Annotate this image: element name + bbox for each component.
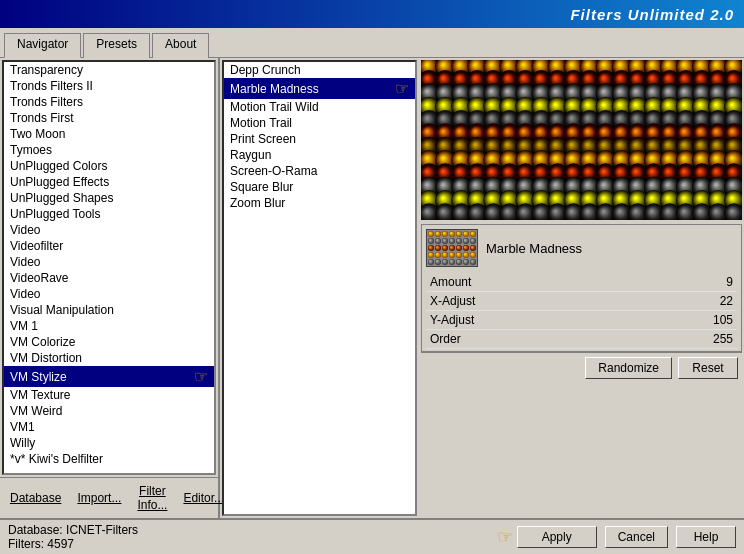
nav-item[interactable]: VideoRave: [4, 270, 214, 286]
database-info: Database: ICNET-Filters: [8, 523, 138, 537]
right-panel: Depp CrunchMarble Madness☞Motion Trail W…: [220, 58, 744, 518]
nav-item[interactable]: Video: [4, 222, 214, 238]
param-name: X-Adjust: [430, 294, 475, 308]
nav-item[interactable]: Videofilter: [4, 238, 214, 254]
tab-presets[interactable]: Presets: [83, 33, 150, 58]
nav-item[interactable]: VM Texture: [4, 387, 214, 403]
param-value: 105: [713, 313, 733, 327]
param-name: Y-Adjust: [430, 313, 474, 327]
left-panel: TransparencyTronds Filters IITronds Filt…: [0, 58, 220, 518]
filter-item[interactable]: Screen-O-Rama: [224, 163, 415, 179]
nav-item[interactable]: UnPlugged Effects: [4, 174, 214, 190]
cancel-button[interactable]: Cancel: [605, 526, 668, 548]
nav-item[interactable]: UnPlugged Colors: [4, 158, 214, 174]
preview-params-area: Marble Madness Amount 9 X-Adjust 22 Y-Ad…: [421, 60, 742, 516]
content-area: TransparencyTronds Filters IITronds Filt…: [0, 58, 744, 518]
filter-item[interactable]: Motion Trail: [224, 115, 415, 131]
filter-info-button[interactable]: Filter Info...: [131, 482, 173, 514]
filter-list[interactable]: Depp CrunchMarble Madness☞Motion Trail W…: [222, 60, 417, 516]
filters-label: Filters:: [8, 537, 44, 551]
param-name: Order: [430, 332, 461, 346]
filter-item[interactable]: Zoom Blur: [224, 195, 415, 211]
param-row: Amount 9: [426, 273, 737, 292]
right-top: Depp CrunchMarble Madness☞Motion Trail W…: [220, 58, 744, 518]
filters-info: Filters: 4597: [8, 537, 138, 551]
filter-item[interactable]: Raygun: [224, 147, 415, 163]
nav-item[interactable]: Video: [4, 254, 214, 270]
database-button[interactable]: Database: [4, 482, 67, 514]
apply-button-wrapper: ☞ Apply: [497, 526, 597, 548]
app-title: Filters Unlimited 2.0: [570, 6, 734, 23]
nav-item[interactable]: VM Distortion: [4, 350, 214, 366]
nav-item[interactable]: Willy: [4, 435, 214, 451]
thumb-canvas: [427, 230, 478, 267]
status-bar: Database: ICNET-Filters Filters: 4597 ☞ …: [0, 518, 744, 554]
filter-item[interactable]: Print Screen: [224, 131, 415, 147]
nav-item[interactable]: Tronds Filters: [4, 94, 214, 110]
bottom-action-row: Randomize Reset: [421, 352, 742, 383]
nav-item[interactable]: VM Stylize☞: [4, 366, 214, 387]
nav-item[interactable]: VM Colorize: [4, 334, 214, 350]
filter-item[interactable]: Marble Madness☞: [224, 78, 415, 99]
nav-item[interactable]: VM1: [4, 419, 214, 435]
nav-item[interactable]: VM 1: [4, 318, 214, 334]
nav-item[interactable]: UnPlugged Shapes: [4, 190, 214, 206]
bottom-text-buttons: Database Import... Filter Info... Editor…: [0, 477, 218, 518]
apply-pointer-icon: ☞: [497, 526, 513, 548]
database-value: ICNET-Filters: [66, 523, 138, 537]
nav-list[interactable]: TransparencyTronds Filters IITronds Filt…: [2, 60, 216, 475]
params-section: Amount 9 X-Adjust 22 Y-Adjust 105 Order …: [422, 271, 741, 351]
status-info: Database: ICNET-Filters Filters: 4597: [8, 523, 138, 551]
tab-navigator[interactable]: Navigator: [4, 33, 81, 58]
tab-about[interactable]: About: [152, 33, 209, 58]
nav-item[interactable]: Tymoes: [4, 142, 214, 158]
param-name: Amount: [430, 275, 471, 289]
preview-canvas: [421, 60, 742, 220]
filter-item[interactable]: Square Blur: [224, 179, 415, 195]
reset-button[interactable]: Reset: [678, 357, 738, 379]
database-label: Database:: [8, 523, 63, 537]
nav-item[interactable]: Video: [4, 286, 214, 302]
title-bar: Filters Unlimited 2.0: [0, 0, 744, 28]
apply-button[interactable]: Apply: [517, 526, 597, 548]
param-row: Y-Adjust 105: [426, 311, 737, 330]
filter-item[interactable]: Depp Crunch: [224, 62, 415, 78]
nav-item[interactable]: Transparency: [4, 62, 214, 78]
param-row: Order 255: [426, 330, 737, 349]
param-value: 22: [720, 294, 733, 308]
nav-item[interactable]: Two Moon: [4, 126, 214, 142]
filter-name-display: Marble Madness: [486, 241, 582, 256]
tab-bar: Navigator Presets About: [0, 28, 744, 58]
filter-item[interactable]: Motion Trail Wild: [224, 99, 415, 115]
param-value: 9: [726, 275, 733, 289]
param-row: X-Adjust 22: [426, 292, 737, 311]
filter-thumbnail: [426, 229, 478, 267]
randomize-button[interactable]: Randomize: [585, 357, 672, 379]
preview-box: [421, 60, 742, 220]
import-button[interactable]: Import...: [71, 482, 127, 514]
help-button[interactable]: Help: [676, 526, 736, 548]
filters-value: 4597: [47, 537, 74, 551]
info-header: Marble Madness: [422, 225, 741, 271]
nav-item[interactable]: *v* Kiwi's Delfilter: [4, 451, 214, 467]
info-box: Marble Madness Amount 9 X-Adjust 22 Y-Ad…: [421, 224, 742, 352]
nav-item[interactable]: Tronds Filters II: [4, 78, 214, 94]
param-value: 255: [713, 332, 733, 346]
nav-item[interactable]: Visual Manipulation: [4, 302, 214, 318]
app-window: Filters Unlimited 2.0 Navigator Presets …: [0, 0, 744, 554]
nav-item[interactable]: VM Weird: [4, 403, 214, 419]
nav-item[interactable]: Tronds First: [4, 110, 214, 126]
nav-item[interactable]: UnPlugged Tools: [4, 206, 214, 222]
